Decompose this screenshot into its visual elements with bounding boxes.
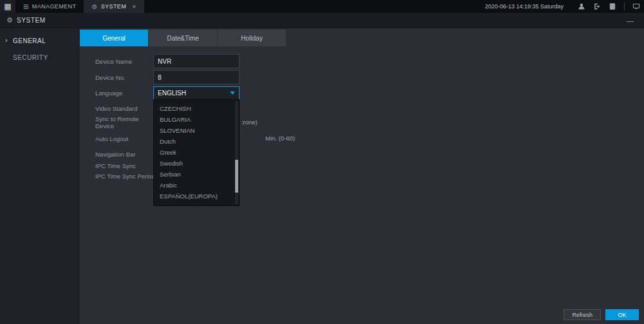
user-icon[interactable] — [574, 0, 589, 13]
management-tab-icon: ⊞ — [23, 3, 29, 10]
dropdown-option[interactable]: Greek — [154, 147, 239, 158]
language-select-value: ENGLISH — [158, 90, 186, 97]
auto-logout-row: Auto Logout — [95, 131, 153, 146]
dropdown-option[interactable]: CZECHISH — [154, 103, 239, 114]
sidebar-item-general[interactable]: › GENERAL — [0, 32, 80, 49]
dropdown-option[interactable]: BULGARIA — [154, 114, 239, 125]
close-tab-icon[interactable]: × — [132, 3, 137, 10]
datetime-text: 2020-06-13 14:19:35 Saturday — [485, 3, 564, 10]
ok-button[interactable]: OK — [605, 309, 639, 320]
language-row: Language ENGLISH — [95, 86, 240, 100]
video-standard-label: Video Standard — [95, 105, 153, 112]
topbar-right: 2020-06-13 14:19:35 Saturday — [485, 0, 644, 13]
sidebar-item-general-label: GENERAL — [13, 37, 46, 44]
top-tab-management-label: MANAGEMENT — [32, 3, 77, 10]
chevron-right-icon: › — [5, 36, 8, 44]
apps-grid-icon[interactable]: ▦ — [0, 0, 15, 13]
sync-remote-device-label: Sync to Remote Device — [95, 115, 153, 129]
language-dropdown: CZECHISH BULGARIA SLOVENIAN Dutch Greek … — [153, 99, 240, 206]
chevron-down-icon — [230, 91, 235, 95]
page-header: ⚙ SYSTEM — — [0, 13, 644, 28]
navigation-bar-label: Navigation Bar — [95, 151, 153, 158]
ipc-time-sync-label: IPC Time Sync — [95, 162, 153, 169]
dropdown-option[interactable]: Dutch — [154, 136, 239, 147]
content-panel: General Date&Time Holiday Device Name NV… — [80, 28, 644, 324]
logout-icon[interactable] — [589, 0, 605, 13]
sync-remote-device-suffix: zone) — [242, 115, 258, 129]
top-tab-management[interactable]: ⊞ MANAGEMENT — [15, 0, 84, 13]
main-area: › GENERAL SECURITY General Date&Time Hol… — [0, 28, 644, 324]
refresh-button[interactable]: Refresh — [564, 309, 601, 320]
tab-holiday[interactable]: Holiday — [218, 30, 287, 46]
top-tab-system-label: SYSTEM — [101, 3, 126, 10]
sidebar-item-security-label: SECURITY — [13, 54, 48, 61]
device-no-input[interactable]: 8 — [153, 70, 240, 84]
device-no-label: Device No. — [95, 74, 153, 81]
language-label: Language — [95, 90, 153, 97]
top-bar: ▦ ⊞ MANAGEMENT ⚙ SYSTEM × 2020-06-13 14:… — [0, 0, 644, 13]
device-no-row: Device No. 8 — [95, 70, 240, 84]
device-name-input[interactable]: NVR — [153, 54, 240, 68]
tab-date-time[interactable]: Date&Time — [149, 30, 218, 46]
device-name-label: Device Name — [95, 58, 153, 65]
tab-general[interactable]: General — [80, 30, 149, 46]
screen-icon[interactable] — [629, 0, 644, 13]
dropdown-option[interactable]: Swedish — [154, 158, 239, 169]
auto-logout-suffix: Min. (0-60) — [265, 131, 295, 146]
auto-logout-label: Auto Logout — [95, 135, 153, 142]
log-list-icon[interactable] — [605, 0, 620, 13]
page-title: SYSTEM — [17, 17, 46, 24]
header-gear-icon: ⚙ — [6, 16, 13, 24]
sidebar: › GENERAL SECURITY — [0, 28, 80, 324]
footer-actions: Refresh OK — [564, 309, 639, 320]
settings-tabs: General Date&Time Holiday — [80, 30, 287, 46]
topbar-separator — [624, 3, 625, 10]
dropdown-option[interactable]: ESPAÑOL(EUROPA) — [154, 191, 239, 202]
sidebar-item-security[interactable]: SECURITY — [0, 49, 80, 66]
dropdown-option[interactable]: Serbian — [154, 169, 239, 180]
device-name-row: Device Name NVR — [95, 54, 240, 68]
top-tab-system[interactable]: ⚙ SYSTEM × — [84, 0, 144, 13]
dropdown-scrollbar-thumb[interactable] — [235, 160, 238, 193]
dropdown-option[interactable]: Arabic — [154, 180, 239, 191]
language-select[interactable]: ENGLISH — [153, 86, 240, 100]
dropdown-option[interactable]: SLOVENIAN — [154, 125, 239, 136]
video-standard-row: Video Standard — [95, 101, 153, 115]
system-tab-gear-icon: ⚙ — [91, 3, 97, 10]
minimize-icon[interactable]: — — [627, 17, 635, 24]
sync-remote-device-row: Sync to Remote Device — [95, 115, 153, 129]
